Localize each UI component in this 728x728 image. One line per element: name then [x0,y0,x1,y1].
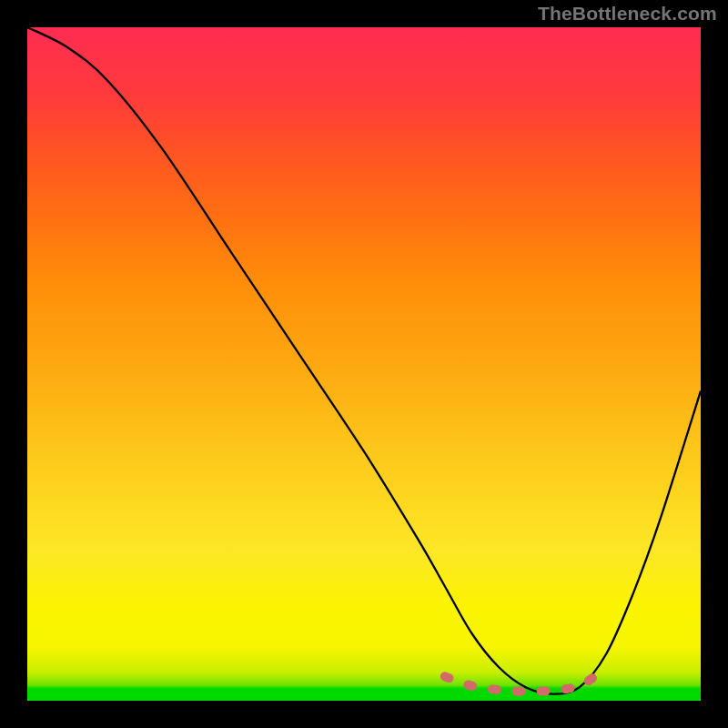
chart-container: TheBottleneck.com [0,0,728,728]
watermark-text: TheBottleneck.com [538,3,717,25]
plot-gradient-background [27,27,701,701]
